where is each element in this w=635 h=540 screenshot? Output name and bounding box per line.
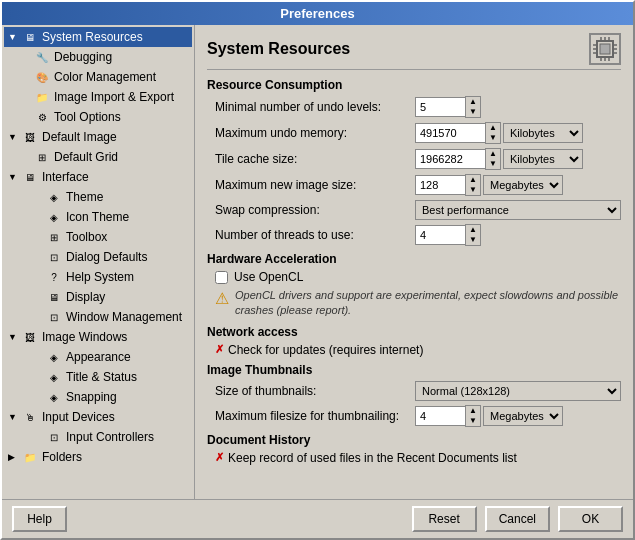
- max-image-size-unit[interactable]: Kilobytes Megabytes Gigabytes: [483, 175, 563, 195]
- sidebar-label: Snapping: [66, 390, 117, 404]
- sidebar-item-dialog-defaults[interactable]: ⊡ Dialog Defaults: [4, 247, 192, 267]
- use-opencl-checkbox[interactable]: [215, 271, 228, 284]
- spin-down-icon[interactable]: ▼: [466, 185, 480, 195]
- num-threads-label: Number of threads to use:: [215, 228, 415, 242]
- reset-button[interactable]: Reset: [412, 506, 477, 532]
- min-undo-label: Minimal number of undo levels:: [215, 100, 415, 114]
- sidebar-item-image-windows[interactable]: ▼ 🖼 Image Windows: [4, 327, 192, 347]
- sidebar-label: Title & Status: [66, 370, 137, 384]
- min-undo-input[interactable]: [415, 97, 465, 117]
- spin-down-icon[interactable]: ▼: [486, 133, 500, 143]
- section-network-access: Network access: [207, 325, 621, 339]
- keep-record-label: Keep record of used files in the Recent …: [228, 451, 517, 465]
- sidebar-item-snapping[interactable]: ◈ Snapping: [4, 387, 192, 407]
- sidebar-item-toolbox[interactable]: ⊞ Toolbox: [4, 227, 192, 247]
- sidebar-label: Image Import & Export: [54, 90, 174, 104]
- cancel-button[interactable]: Cancel: [485, 506, 550, 532]
- sidebar-item-default-grid[interactable]: ⊞ Default Grid: [4, 147, 192, 167]
- spin-up-icon[interactable]: ▲: [486, 149, 500, 159]
- row-min-undo: Minimal number of undo levels: ▲ ▼: [207, 96, 621, 118]
- row-num-threads: Number of threads to use: ▲ ▼: [207, 224, 621, 246]
- footer-right: Reset Cancel OK: [412, 506, 623, 532]
- sidebar-item-folders[interactable]: ▶ 📁 Folders: [4, 447, 192, 467]
- max-image-size-input[interactable]: [415, 175, 465, 195]
- debugging-icon: 🔧: [34, 49, 50, 65]
- ok-button[interactable]: OK: [558, 506, 623, 532]
- num-threads-spinner[interactable]: ▲ ▼: [465, 224, 481, 246]
- title-bar: Preferences: [2, 2, 633, 25]
- row-use-opencl: Use OpenCL: [207, 270, 621, 284]
- spin-up-icon[interactable]: ▲: [466, 175, 480, 185]
- arrow-icon: ▼: [8, 332, 20, 342]
- content-area: ▼ 🖥 System Resources 🔧 Debugging 🎨 Color…: [2, 25, 633, 499]
- footer-left: Help: [12, 506, 67, 532]
- spin-down-icon[interactable]: ▼: [466, 235, 480, 245]
- sidebar-label: Folders: [42, 450, 82, 464]
- spin-down-icon[interactable]: ▼: [466, 107, 480, 117]
- sidebar-item-icon-theme[interactable]: ◈ Icon Theme: [4, 207, 192, 227]
- swap-compression-select[interactable]: Best performance Low compression High co…: [415, 200, 621, 220]
- sidebar-label: Default Grid: [54, 150, 118, 164]
- main-header: System Resources: [207, 33, 621, 70]
- sidebar-item-color-management[interactable]: 🎨 Color Management: [4, 67, 192, 87]
- sidebar-label: Debugging: [54, 50, 112, 64]
- spin-up-icon[interactable]: ▲: [466, 97, 480, 107]
- row-tile-cache: Tile cache size: ▲ ▼ Kilobytes Megabytes…: [207, 148, 621, 170]
- tile-cache-input[interactable]: [415, 149, 485, 169]
- tile-cache-unit[interactable]: Kilobytes Megabytes Gigabytes: [503, 149, 583, 169]
- max-filesize-input[interactable]: [415, 406, 465, 426]
- row-check-updates: ✗ Check for updates (requires internet): [207, 343, 621, 357]
- sidebar-item-interface[interactable]: ▼ 🖥 Interface: [4, 167, 192, 187]
- default-grid-icon: ⊞: [34, 149, 50, 165]
- section-resource-consumption: Resource Consumption: [207, 78, 621, 92]
- sidebar-item-theme[interactable]: ◈ Theme: [4, 187, 192, 207]
- interface-icon: 🖥: [22, 169, 38, 185]
- tile-cache-spinner[interactable]: ▲ ▼: [485, 148, 501, 170]
- spin-up-icon[interactable]: ▲: [466, 225, 480, 235]
- tool-options-icon: ⚙: [34, 109, 50, 125]
- max-undo-memory-unit[interactable]: Kilobytes Megabytes Gigabytes: [503, 123, 583, 143]
- sidebar-item-image-import-export[interactable]: 📁 Image Import & Export: [4, 87, 192, 107]
- theme-icon: ◈: [46, 189, 62, 205]
- window-mgmt-icon: ⊡: [46, 309, 62, 325]
- sidebar-label: Icon Theme: [66, 210, 129, 224]
- help-button[interactable]: Help: [12, 506, 67, 532]
- x-check-icon: ✗: [215, 451, 224, 464]
- sidebar-label: Display: [66, 290, 105, 304]
- dialog-title: Preferences: [280, 6, 354, 21]
- warning-icon: ⚠: [215, 289, 229, 308]
- input-controllers-icon: ⊡: [46, 429, 62, 445]
- spin-down-icon[interactable]: ▼: [486, 159, 500, 169]
- sidebar-item-debugging[interactable]: 🔧 Debugging: [4, 47, 192, 67]
- max-filesize-unit[interactable]: Kilobytes Megabytes Gigabytes: [483, 406, 563, 426]
- sidebar-item-system-resources[interactable]: ▼ 🖥 System Resources: [4, 27, 192, 47]
- sidebar-item-appearance[interactable]: ◈ Appearance: [4, 347, 192, 367]
- arrow-icon: ▼: [8, 172, 20, 182]
- sidebar-item-display[interactable]: 🖥 Display: [4, 287, 192, 307]
- thumbnail-size-label: Size of thumbnails:: [215, 384, 415, 398]
- spin-down-icon[interactable]: ▼: [466, 416, 480, 426]
- warning-text: OpenCL drivers and support are experimen…: [235, 288, 621, 319]
- sidebar-label: Window Management: [66, 310, 182, 324]
- dialog-defaults-icon: ⊡: [46, 249, 62, 265]
- max-filesize-spinner[interactable]: ▲ ▼: [465, 405, 481, 427]
- thumbnail-size-select[interactable]: None Normal (128x128) Large (256x256): [415, 381, 621, 401]
- num-threads-input[interactable]: [415, 225, 465, 245]
- sidebar-label: Input Controllers: [66, 430, 154, 444]
- sidebar-item-help-system[interactable]: ? Help System: [4, 267, 192, 287]
- min-undo-spinner[interactable]: ▲ ▼: [465, 96, 481, 118]
- sidebar-item-input-controllers[interactable]: ⊡ Input Controllers: [4, 427, 192, 447]
- max-image-size-spinner[interactable]: ▲ ▼: [465, 174, 481, 196]
- max-undo-memory-spinner[interactable]: ▲ ▼: [485, 122, 501, 144]
- sidebar-item-input-devices[interactable]: ▼ 🖱 Input Devices: [4, 407, 192, 427]
- icon-theme-icon: ◈: [46, 209, 62, 225]
- image-windows-icon: 🖼: [22, 329, 38, 345]
- max-undo-memory-input[interactable]: [415, 123, 485, 143]
- sidebar-item-default-image[interactable]: ▼ 🖼 Default Image: [4, 127, 192, 147]
- sidebar-item-tool-options[interactable]: ⚙ Tool Options: [4, 107, 192, 127]
- sidebar-item-title-status[interactable]: ◈ Title & Status: [4, 367, 192, 387]
- spin-up-icon[interactable]: ▲: [486, 123, 500, 133]
- folders-icon: 📁: [22, 449, 38, 465]
- spin-up-icon[interactable]: ▲: [466, 406, 480, 416]
- sidebar-item-window-management[interactable]: ⊡ Window Management: [4, 307, 192, 327]
